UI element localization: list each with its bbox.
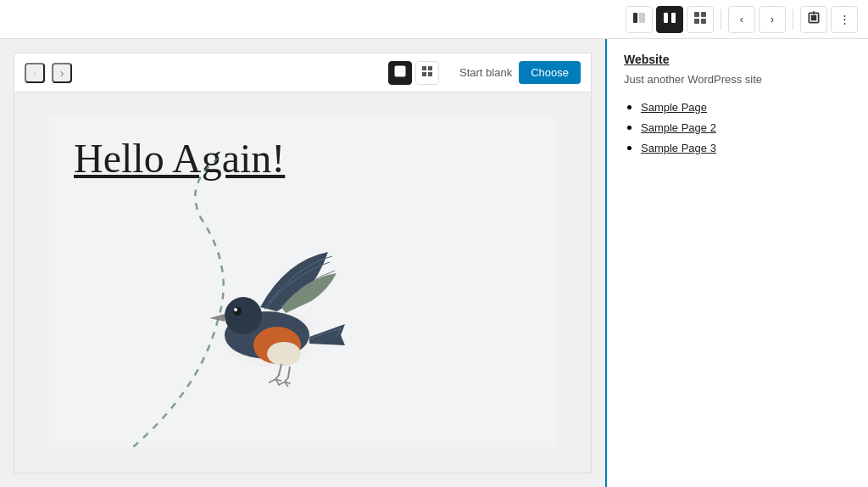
editor-panel: ‹ › bbox=[0, 39, 605, 487]
nav-fwd-button[interactable]: › bbox=[759, 6, 786, 33]
svg-rect-5 bbox=[701, 12, 706, 17]
list-item: Sample Page 2 bbox=[641, 120, 851, 135]
editor-nav-back[interactable]: ‹ bbox=[25, 63, 45, 83]
svg-rect-4 bbox=[694, 12, 699, 17]
svg-rect-13 bbox=[428, 66, 432, 70]
svg-rect-14 bbox=[422, 72, 426, 76]
editor-frame: ‹ › bbox=[14, 53, 592, 473]
sidebar-icon bbox=[632, 11, 646, 27]
nav-back-button[interactable]: ‹ bbox=[728, 6, 755, 33]
grid-preview-icon bbox=[421, 65, 433, 80]
nav-link[interactable]: Sample Page 3 bbox=[641, 142, 716, 154]
svg-rect-0 bbox=[633, 13, 637, 23]
editor-canvas: Hello Again! bbox=[48, 118, 557, 447]
svg-rect-1 bbox=[639, 13, 645, 23]
svg-rect-2 bbox=[664, 13, 668, 23]
view-icons bbox=[388, 61, 439, 85]
site-title[interactable]: Website bbox=[624, 53, 851, 66]
sidebar-navigation: Sample PageSample Page 2Sample Page 3 bbox=[624, 99, 851, 155]
nav-list: Sample PageSample Page 2Sample Page 3 bbox=[624, 99, 851, 155]
svg-rect-7 bbox=[701, 19, 706, 24]
right-arrow-icon: › bbox=[60, 66, 64, 80]
chevron-right-icon: › bbox=[771, 13, 774, 25]
dashed-path-svg bbox=[133, 150, 387, 447]
top-toolbar: ‹ › ⋮ bbox=[0, 0, 868, 39]
list-item: Sample Page 3 bbox=[641, 140, 851, 155]
nav-link[interactable]: Sample Page 2 bbox=[641, 121, 716, 134]
single-view-button[interactable] bbox=[388, 61, 412, 85]
chevron-left-icon: ‹ bbox=[740, 13, 743, 25]
grid-view-icon bbox=[693, 11, 707, 27]
editor-content: Hello Again! bbox=[14, 92, 591, 473]
block-align-icon bbox=[807, 11, 821, 27]
sidebar-toggle-button[interactable] bbox=[626, 6, 653, 33]
start-blank-label: Start blank bbox=[459, 66, 512, 79]
grid-preview-button[interactable] bbox=[415, 61, 439, 85]
nav-link[interactable]: Sample Page bbox=[641, 101, 707, 114]
main-area: ‹ › bbox=[0, 39, 868, 487]
svg-rect-15 bbox=[428, 72, 432, 76]
list-item: Sample Page bbox=[641, 99, 851, 115]
left-arrow-icon: ‹ bbox=[33, 66, 37, 80]
editor-nav-fwd[interactable]: › bbox=[52, 63, 72, 83]
svg-rect-3 bbox=[671, 13, 676, 23]
toolbar-divider-2 bbox=[793, 9, 793, 30]
editor-header: ‹ › bbox=[14, 53, 591, 92]
grid-view-button[interactable] bbox=[687, 6, 714, 33]
more-icon: ⋮ bbox=[839, 13, 850, 25]
choose-button[interactable]: Choose bbox=[519, 61, 581, 84]
column-view-icon bbox=[663, 11, 676, 27]
block-align-button[interactable] bbox=[800, 6, 827, 33]
single-view-icon bbox=[394, 65, 406, 80]
site-tagline: Just another WordPress site bbox=[624, 73, 851, 86]
svg-rect-11 bbox=[395, 66, 405, 76]
toolbar-divider-1 bbox=[721, 9, 721, 30]
more-options-button[interactable]: ⋮ bbox=[831, 6, 858, 33]
column-view-button[interactable] bbox=[656, 6, 683, 33]
svg-rect-12 bbox=[422, 66, 426, 70]
right-sidebar: Website Just another WordPress site Samp… bbox=[605, 39, 868, 487]
svg-rect-6 bbox=[694, 19, 699, 24]
